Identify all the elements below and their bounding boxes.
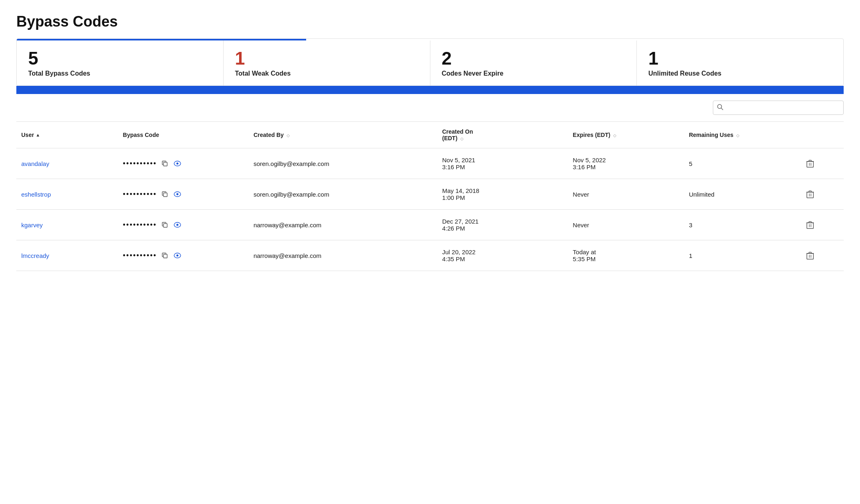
svg-rect-12 (807, 192, 813, 198)
svg-point-4 (176, 163, 178, 165)
cell-user-1: eshellstrop (16, 179, 118, 210)
table-row: eshellstrop••••••••••soren.ogilby@exampl… (16, 179, 844, 210)
created-by-sort-icon: ◇ (287, 133, 290, 138)
stats-row: 5 Total Bypass Codes 1 Total Weak Codes … (17, 40, 843, 85)
th-bypass-code: Bypass Code (118, 122, 249, 148)
stat-unlimited-reuse-label: Unlimited Reuse Codes (648, 70, 832, 77)
th-expires-label: Expires (EDT) (573, 132, 610, 138)
cell-expires-3: Today at5:35 PM (568, 240, 684, 271)
user-link-0[interactable]: avandalay (21, 160, 49, 167)
svg-rect-16 (163, 224, 167, 227)
table-header-row: User ▲ Bypass Code Created By ◇ Created … (16, 122, 844, 148)
stat-total-weak-value: 1 (235, 49, 419, 68)
user-link-1[interactable]: eshellstrop (21, 191, 51, 198)
expires-date-2: Never (573, 222, 589, 228)
created-on-date-0: Nov 5, 20213:16 PM (442, 157, 475, 170)
stat-never-expire: 2 Codes Never Expire (430, 40, 637, 85)
bypass-dots-1: •••••••••• (123, 190, 157, 199)
svg-point-25 (176, 255, 178, 257)
expires-date-0: Nov 5, 20223:16 PM (573, 157, 606, 170)
th-created-on-label: Created On(EDT) (442, 128, 473, 141)
svg-rect-19 (807, 223, 813, 228)
reveal-bypass-button-1[interactable] (172, 190, 182, 198)
cell-delete-0 (800, 148, 844, 179)
svg-rect-9 (163, 193, 167, 197)
cell-bypass-0: •••••••••• (118, 148, 249, 179)
reveal-bypass-button-0[interactable] (172, 160, 182, 167)
expires-date-1: Never (573, 191, 589, 198)
cell-remaining-2: 3 (684, 210, 800, 240)
stat-unlimited-reuse-value: 1 (648, 49, 832, 68)
cell-user-0: avandalay (16, 148, 118, 179)
cell-remaining-0: 5 (684, 148, 800, 179)
cell-created-on-3: Jul 20, 20224:35 PM (437, 240, 568, 271)
user-link-2[interactable]: kgarvey (21, 222, 43, 228)
th-created-by[interactable]: Created By ◇ (249, 122, 437, 148)
cell-delete-3 (800, 240, 844, 271)
search-wrapper (713, 101, 844, 115)
svg-point-18 (176, 224, 178, 226)
cell-remaining-1: Unlimited (684, 179, 800, 210)
bypass-dots-2: •••••••••• (123, 221, 157, 229)
cell-expires-0: Nov 5, 20223:16 PM (568, 148, 684, 179)
stat-total-bypass-label: Total Bypass Codes (28, 70, 212, 77)
delete-button-3[interactable] (805, 250, 815, 261)
th-remaining-uses[interactable]: Remaining Uses ◇ (684, 122, 800, 148)
search-input[interactable] (713, 101, 844, 115)
th-expires[interactable]: Expires (EDT) ◇ (568, 122, 684, 148)
expires-sort-icon: ◇ (613, 133, 616, 138)
created-on-date-2: Dec 27, 20214:26 PM (442, 218, 479, 232)
delete-button-1[interactable] (805, 188, 815, 200)
bypass-dots-0: •••••••••• (123, 159, 157, 168)
created-on-date-3: Jul 20, 20224:35 PM (442, 249, 476, 262)
cell-created-on-2: Dec 27, 20214:26 PM (437, 210, 568, 240)
delete-button-0[interactable] (805, 158, 815, 169)
bypass-dots-3: •••••••••• (123, 251, 157, 260)
table-row: lmccready••••••••••narroway@example.comJ… (16, 240, 844, 271)
svg-rect-2 (163, 162, 167, 166)
cell-bypass-3: •••••••••• (118, 240, 249, 271)
stat-total-bypass: 5 Total Bypass Codes (17, 40, 224, 85)
user-sort-asc-icon: ▲ (36, 132, 40, 137)
user-link-3[interactable]: lmccready (21, 252, 49, 259)
search-area (16, 94, 844, 122)
cell-bypass-1: •••••••••• (118, 179, 249, 210)
reveal-bypass-button-2[interactable] (172, 221, 182, 228)
th-user[interactable]: User ▲ (16, 122, 118, 148)
page-title: Bypass Codes (16, 13, 844, 30)
copy-bypass-button-1[interactable] (160, 190, 169, 198)
stat-total-bypass-value: 5 (28, 49, 212, 68)
cell-created-by-3: narroway@example.com (249, 240, 437, 271)
cell-remaining-3: 1 (684, 240, 800, 271)
cell-expires-2: Never (568, 210, 684, 240)
created-on-date-1: May 14, 20181:00 PM (442, 187, 479, 201)
cell-user-2: kgarvey (16, 210, 118, 240)
created-on-sort-icon: ◇ (460, 137, 464, 141)
svg-rect-5 (807, 161, 813, 167)
cell-created-by-0: soren.ogilby@example.com (249, 148, 437, 179)
cell-expires-1: Never (568, 179, 684, 210)
indicator-triangle (41, 86, 49, 91)
svg-rect-23 (163, 254, 167, 258)
copy-bypass-button-0[interactable] (160, 159, 169, 168)
th-created-by-label: Created By (253, 132, 284, 138)
copy-bypass-button-2[interactable] (160, 221, 169, 229)
stat-never-expire-value: 2 (442, 49, 625, 68)
reveal-bypass-button-3[interactable] (172, 252, 182, 259)
cell-created-on-1: May 14, 20181:00 PM (437, 179, 568, 210)
th-delete (800, 122, 844, 148)
th-bypass-label: Bypass Code (123, 132, 159, 138)
th-created-on[interactable]: Created On(EDT) ◇ (437, 122, 568, 148)
copy-bypass-button-3[interactable] (160, 251, 169, 260)
expires-date-3: Today at5:35 PM (573, 249, 596, 262)
th-remaining-uses-label: Remaining Uses (689, 132, 733, 138)
remaining-uses-sort-icon: ◇ (736, 133, 739, 138)
svg-point-11 (176, 193, 178, 195)
th-user-label: User (21, 132, 34, 138)
cell-created-on-0: Nov 5, 20213:16 PM (437, 148, 568, 179)
stats-panel: 5 Total Bypass Codes 1 Total Weak Codes … (16, 38, 844, 86)
delete-button-2[interactable] (805, 219, 815, 231)
cell-bypass-2: •••••••••• (118, 210, 249, 240)
bypass-codes-table: User ▲ Bypass Code Created By ◇ Created … (16, 122, 844, 271)
cell-created-by-2: narroway@example.com (249, 210, 437, 240)
